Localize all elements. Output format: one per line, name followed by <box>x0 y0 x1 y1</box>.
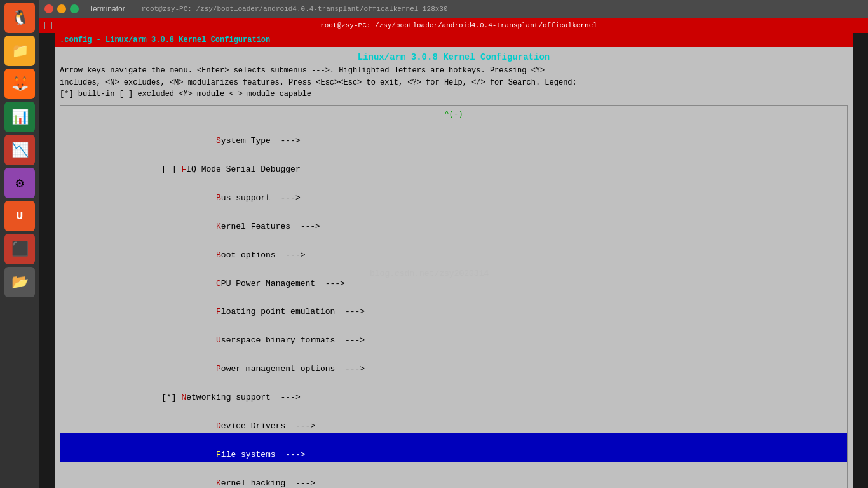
kconfig-titlebar: .config - Linux/arm 3.0.8 Kernel Configu… <box>55 33 853 47</box>
hotkey-p1: P <box>216 364 221 374</box>
menu-item-bus-support[interactable]: Bus support ---> <box>60 177 847 206</box>
maximize-button[interactable] <box>70 4 79 13</box>
menu-list: ^(-) System Type ---> [ ] FIQ Mode Seria… <box>60 105 848 488</box>
close-button[interactable] <box>44 4 53 13</box>
nav-up-arrow: ^(-) <box>60 109 847 120</box>
kconfig-section-title: Linux/arm 3.0.8 Kernel Configuration <box>55 47 853 65</box>
menu-item-device-drivers[interactable]: Device Drivers ---> <box>60 405 847 434</box>
hotkey-f3: F <box>216 450 221 459</box>
impress-icon[interactable]: 📉 <box>4 135 35 165</box>
hotkey-b2: B <box>216 250 221 260</box>
menu-item-fiq-mode[interactable]: [ ] FIQ Mode Serial Debugger <box>60 149 847 177</box>
hotkey-n1: N <box>181 393 186 402</box>
inner-path-text: root@zsy-PC: /zsy/bootloader/android4.0.… <box>55 22 863 29</box>
terminal-window-path: root@zsy-PC: /zsy/bootloader/android4.0.… <box>142 5 448 13</box>
menu-item-floating-point[interactable]: Floating point emulation ---> <box>60 291 847 320</box>
ubuntu2-icon[interactable]: U <box>4 201 35 231</box>
terminal-titlebar: Terminator root@zsy-PC: /zsy/bootloader/… <box>39 0 868 18</box>
settings-icon[interactable]: ⚙ <box>4 168 35 198</box>
ubuntu-icon[interactable]: 🐧 <box>4 3 35 33</box>
terminal-indicator <box>44 22 52 29</box>
kconfig-outer: Linux/arm 3.0.8 Kernel Configuration Arr… <box>55 47 853 488</box>
menu-item-kernel-hacking[interactable]: Kernel hacking ---> <box>60 462 847 488</box>
hotkey-b1: B <box>216 193 221 203</box>
kconfig-desc-line2: includes, <N> excludes, <M> modularizes … <box>60 77 848 89</box>
hotkey-s: S <box>216 136 221 146</box>
hotkey-k2: K <box>216 478 221 488</box>
firefox-icon[interactable]: 🦊 <box>4 69 35 99</box>
terminal-title: Terminator <box>89 4 125 13</box>
terminal-content: root@zsy-PC: /zsy/bootloader/android4.0.… <box>39 18 868 488</box>
hotkey-k1: K <box>216 222 221 231</box>
menu-item-boot-options[interactable]: Boot options ---> <box>60 234 847 262</box>
kconfig-desc-line1: Arrow keys navigate the menu. <Enter> se… <box>60 65 848 77</box>
menu-item-networking[interactable]: [*] Networking support ---> <box>60 377 847 405</box>
inner-path-bar: root@zsy-PC: /zsy/bootloader/android4.0.… <box>39 18 868 33</box>
files-icon[interactable]: 📁 <box>4 36 35 66</box>
hotkey-f1: F <box>181 165 186 174</box>
menu-item-kernel-features[interactable]: Kernel Features ---> <box>60 205 847 234</box>
terminal-icon[interactable]: ⬛ <box>4 234 35 264</box>
hotkey-f2: F <box>216 307 221 316</box>
hotkey-u1: U <box>216 336 221 345</box>
kconfig-title-bar-text: .config - Linux/arm 3.0.8 Kernel Configu… <box>60 36 270 44</box>
sidebar: 🐧 📁 🦊 📊 📉 ⚙ U ⬛ 📂 <box>0 0 39 488</box>
menu-item-cpu-power[interactable]: CPU Power Management ---> <box>60 262 847 291</box>
menu-item-file-systems[interactable]: File systems ---> <box>60 433 847 462</box>
files2-icon[interactable]: 📂 <box>4 267 35 297</box>
menu-item-userspace[interactable]: Userspace binary formats ---> <box>60 320 847 348</box>
kconfig-desc-line3: [*] built-in [ ] excluded <M> module < >… <box>60 88 848 100</box>
calc-icon[interactable]: 📊 <box>4 102 35 132</box>
minimize-button[interactable] <box>57 4 66 13</box>
menu-item-power-mgmt[interactable]: Power management options ---> <box>60 348 847 377</box>
hotkey-c1: C <box>216 279 221 288</box>
hotkey-d1: D <box>216 421 221 431</box>
kconfig-description: Arrow keys navigate the menu. <Enter> se… <box>55 65 853 104</box>
menu-item-system-type[interactable]: System Type ---> <box>60 120 847 149</box>
terminal-window: Terminator root@zsy-PC: /zsy/bootloader/… <box>39 0 868 488</box>
